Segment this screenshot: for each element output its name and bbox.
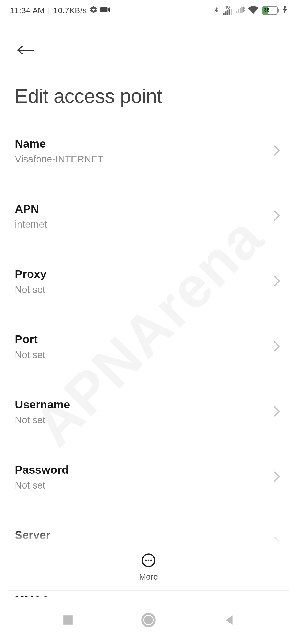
back-button[interactable] (17, 44, 35, 56)
circle-icon (141, 613, 156, 629)
settings-item-port[interactable]: PortNot set (15, 314, 282, 379)
settings-item-label: Username (15, 398, 70, 411)
network-type-label: 4G (225, 6, 230, 9)
svg-point-6 (144, 616, 153, 624)
settings-item-text: PasswordNot set (15, 463, 69, 491)
settings-item-text: ProxyNot set (15, 268, 46, 295)
settings-item-proxy[interactable]: ProxyNot set (15, 249, 282, 314)
svg-point-2 (148, 560, 149, 561)
settings-item-value: Not set (15, 284, 46, 295)
settings-item-username[interactable]: UsernameNot set (15, 379, 282, 444)
battery-indicator: 38 (262, 6, 279, 15)
svg-point-1 (145, 560, 147, 561)
navigation-bar (0, 597, 297, 644)
camera-icon (100, 6, 110, 16)
svg-point-3 (150, 560, 152, 561)
chevron-right-icon (273, 406, 280, 418)
settings-item-name[interactable]: NameVisafone-INTERNET (15, 118, 282, 184)
settings-item-label: Port (15, 333, 45, 346)
more-label: More (139, 572, 158, 582)
settings-item-password[interactable]: PasswordNot set (15, 444, 282, 510)
settings-item-value: Not set (15, 349, 45, 360)
chevron-right-icon (273, 210, 280, 222)
chevron-right-icon (273, 341, 280, 353)
settings-item-text: APNinternet (15, 203, 47, 230)
divider-line (8, 590, 289, 591)
settings-item-label: MMSC (15, 594, 50, 597)
settings-list: NameVisafone-INTERNETAPNinternetProxyNot… (0, 118, 297, 597)
settings-item-label: Server (15, 529, 50, 542)
settings-item-value: Visafone-INTERNET (15, 154, 103, 165)
svg-rect-4 (63, 615, 73, 625)
settings-item-text: NameVisafone-INTERNET (15, 137, 103, 165)
settings-item-text: PortNot set (15, 333, 45, 360)
page-title: Edit access point (15, 85, 282, 107)
battery-percent: 38 (263, 7, 277, 13)
header: Edit access point (0, 19, 297, 107)
status-bar: 11:34 AM | 10.7KB/s 4G 38 (0, 0, 297, 19)
chevron-right-icon (273, 145, 280, 157)
gear-icon (89, 6, 98, 16)
bluetooth-icon (213, 5, 219, 16)
more-button[interactable]: More (139, 553, 158, 582)
charging-icon (283, 6, 287, 15)
settings-item-text: MMSCNot set (15, 594, 50, 597)
square-icon (62, 614, 74, 627)
bottom-action-bar: More (0, 544, 297, 591)
settings-item-label: Password (15, 463, 69, 476)
settings-item-value: Not set (15, 480, 69, 491)
nav-recents-button[interactable] (54, 614, 82, 627)
settings-item-text: UsernameNot set (15, 398, 70, 425)
status-divider: | (48, 6, 50, 15)
settings-item-label: APN (15, 203, 47, 215)
more-icon (141, 553, 156, 569)
wifi-icon (248, 6, 258, 15)
settings-item-label: Name (15, 137, 103, 150)
settings-item-label: Proxy (15, 268, 46, 281)
nav-home-button[interactable] (135, 613, 162, 629)
triangle-back-icon (223, 614, 235, 627)
status-left: 11:34 AM | 10.7KB/s (10, 6, 110, 16)
settings-item-value: Not set (15, 414, 70, 425)
chevron-right-icon (273, 275, 280, 288)
settings-item-value: internet (15, 219, 47, 230)
status-right: 4G 38 (213, 5, 287, 16)
signal-sim2 (235, 6, 245, 15)
status-speed: 10.7KB/s (53, 6, 87, 15)
chevron-right-icon (273, 471, 280, 483)
status-time: 11:34 AM (10, 6, 45, 15)
settings-item-apn[interactable]: APNinternet (15, 184, 282, 249)
nav-back-button[interactable] (215, 614, 243, 627)
signal-sim1: 4G (223, 6, 232, 15)
app-content: APNArena Edit access point NameVisafone-… (0, 19, 297, 597)
